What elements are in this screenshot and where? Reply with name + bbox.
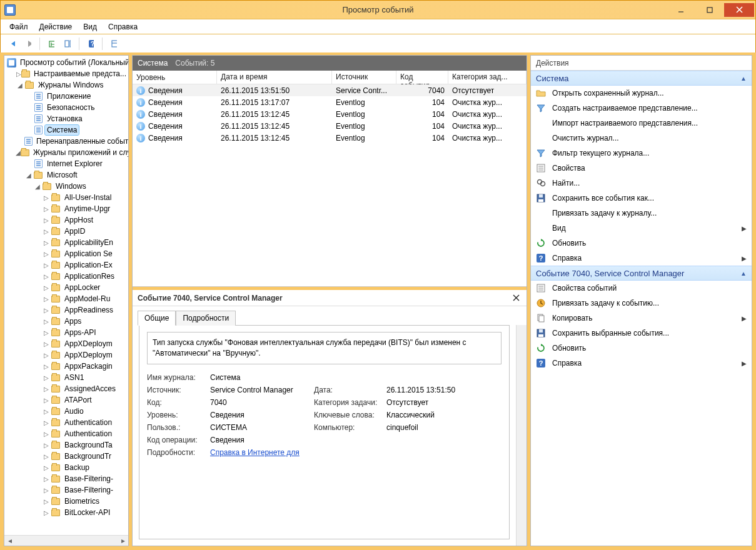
tree-folder[interactable]: ▷ATAPort [4, 394, 128, 406]
col-header-level[interactable]: Уровень [133, 71, 217, 84]
menu-action[interactable]: Действие [34, 21, 78, 33]
action-item[interactable]: Импорт настраиваемого представления... [531, 116, 752, 131]
tree-folder[interactable]: ▷ASN1 [4, 372, 128, 383]
label-source: Источник: [147, 386, 206, 394]
tree-folder[interactable]: ▷AppReadiness [4, 304, 128, 316]
collapse-icon[interactable]: ▲ [740, 270, 747, 277]
menu-help[interactable]: Справка [103, 21, 143, 33]
action-item[interactable]: Сохранить все события как... [531, 191, 752, 206]
event-row[interactable]: iСведения26.11.2015 13:12:45Eventlog104О… [133, 108, 527, 120]
event-row[interactable]: iСведения26.11.2015 13:12:45Eventlog104О… [133, 132, 527, 144]
link-online-help[interactable]: Справка в Интернете для [210, 448, 300, 457]
tree-folder[interactable]: ▷Application Se [4, 248, 128, 259]
action-item[interactable]: Привязать задачу к журналу... [531, 206, 752, 221]
action-item[interactable]: Очистить журнал... [531, 131, 752, 146]
tree-app-services: ◢Журналы приложений и служб [4, 147, 128, 158]
tree-folder[interactable]: ▷Biometrics [4, 496, 128, 507]
tree-horizontal-scrollbar[interactable]: ◂▸ [4, 535, 128, 546]
tree-folder[interactable]: ▷ApplicationRes [4, 271, 128, 282]
event-list[interactable]: iСведения26.11.2015 13:51:50Service Cont… [133, 84, 527, 144]
col-header-category[interactable]: Категория зад... [448, 71, 527, 84]
tree-custom-views: ▷Настраиваемые предста... [4, 68, 128, 79]
detail-close-icon[interactable] [511, 292, 522, 303]
tree-folder[interactable]: ▷BitLocker-API [4, 507, 128, 518]
detail-vertical-scrollbar[interactable] [516, 325, 527, 546]
find-icon [536, 178, 546, 188]
action-item[interactable]: Сохранить выбранные события... [531, 326, 752, 341]
refresh-icon [536, 343, 546, 353]
layout-button[interactable] [60, 36, 75, 51]
tree-folder[interactable]: ▷AppXDeploym [4, 349, 128, 361]
tree-folder[interactable]: ▷Application-Ex [4, 259, 128, 271]
action-item[interactable]: Открыть сохраненный журнал... [531, 86, 752, 101]
back-button[interactable] [4, 36, 19, 51]
action-item[interactable]: Обновить [531, 236, 752, 251]
tree-log-forwarded: Перенаправленные события [4, 136, 128, 147]
event-message: Тип запуска службы "Фоновая интеллектуал… [147, 332, 501, 364]
action-item[interactable]: Свойства событий [531, 281, 752, 296]
tree-folder[interactable]: ▷Apps [4, 316, 128, 327]
minimize-button[interactable] [667, 3, 695, 17]
tree-folder[interactable]: ▷BackgroundTa [4, 439, 128, 451]
tree-folder[interactable]: ▷Backup [4, 462, 128, 473]
actions-section-system[interactable]: Система▲ [531, 71, 752, 86]
col-header-date[interactable]: Дата и время [217, 71, 332, 84]
tree-folder[interactable]: ▷AppxPackagin [4, 361, 128, 372]
tree-folder[interactable]: ▷BackgroundTr [4, 451, 128, 462]
help-button[interactable]: ? [83, 36, 98, 51]
svg-rect-21 [538, 199, 543, 202]
tree-folder[interactable]: ▷Anytime-Upgr [4, 203, 128, 214]
action-item[interactable]: ?Справка▶ [531, 251, 752, 266]
menu-view[interactable]: Вид [78, 21, 102, 33]
tree-folder[interactable]: ▷AppLocker [4, 282, 128, 293]
help-icon: ? [536, 253, 546, 263]
tree-folder[interactable]: ▷AppHost [4, 214, 128, 226]
tree[interactable]: Просмотр событий (Локальный) ▷Настраивае… [4, 56, 128, 535]
forward-button[interactable] [21, 36, 36, 51]
value-user: СИСТЕМА [210, 423, 310, 432]
action-item[interactable]: Найти... [531, 176, 752, 191]
tree-folder[interactable]: ▷AssignedAcces [4, 383, 128, 394]
tree-folder[interactable]: ▷ApplicabilityEn [4, 237, 128, 248]
action-item[interactable]: Создать настраиваемое представление... [531, 101, 752, 116]
save-icon [536, 193, 546, 203]
tree-folder[interactable]: ▷Authentication [4, 428, 128, 439]
action-label: Создать настраиваемое представление... [552, 104, 698, 112]
tree-folder[interactable]: ▷Base-Filtering- [4, 484, 128, 496]
tree-folder[interactable]: ▷Audio [4, 406, 128, 417]
filter-new-icon [536, 103, 546, 113]
tree-folder[interactable]: ▷AppXDeploym [4, 338, 128, 349]
extra-layout-button[interactable] [106, 36, 121, 51]
menu-file[interactable]: Файл [4, 21, 33, 33]
action-item[interactable]: Свойства [531, 161, 752, 176]
action-item[interactable]: Обновить [531, 341, 752, 356]
col-header-source[interactable]: Источник [332, 71, 396, 84]
event-row[interactable]: iСведения26.11.2015 13:51:50Service Cont… [133, 84, 527, 96]
show-tree-button[interactable] [44, 36, 59, 51]
event-row[interactable]: iСведения26.11.2015 13:12:45Eventlog104О… [133, 120, 527, 132]
tree-folder[interactable]: ▷Base-Filtering- [4, 473, 128, 484]
maximize-button[interactable] [695, 3, 724, 17]
svg-rect-5 [65, 41, 69, 47]
svg-rect-6 [70, 41, 71, 47]
action-item[interactable]: Вид▶ [531, 221, 752, 236]
tree-folder[interactable]: ▷All-User-Instal [4, 192, 128, 203]
event-row[interactable]: iСведения26.11.2015 13:17:07Eventlog104О… [133, 96, 527, 108]
tab-details[interactable]: Подробности [176, 311, 236, 326]
action-item[interactable]: ?Справка▶ [531, 356, 752, 371]
tree-folder[interactable]: ▷AppID [4, 226, 128, 237]
actions-section-event[interactable]: Событие 7040, Service Control Manager▲ [531, 266, 752, 281]
tree-folder[interactable]: ▷Apps-API [4, 327, 128, 338]
tree-folder[interactable]: ▷AppModel-Ru [4, 293, 128, 304]
collapse-icon[interactable]: ▲ [740, 75, 747, 82]
action-label: Свойства событий [552, 284, 617, 292]
action-label: Справка [552, 254, 582, 262]
action-item[interactable]: Копировать▶ [531, 311, 752, 326]
action-item[interactable]: Привязать задачу к событию... [531, 296, 752, 311]
close-button[interactable] [724, 3, 754, 17]
list-header[interactable]: Уровень Дата и время Источник Код событи… [133, 71, 527, 84]
col-header-code[interactable]: Код события [396, 71, 448, 84]
tab-general[interactable]: Общие [138, 311, 176, 326]
tree-folder[interactable]: ▷Authentication [4, 417, 128, 428]
action-item[interactable]: Фильтр текущего журнала... [531, 146, 752, 161]
